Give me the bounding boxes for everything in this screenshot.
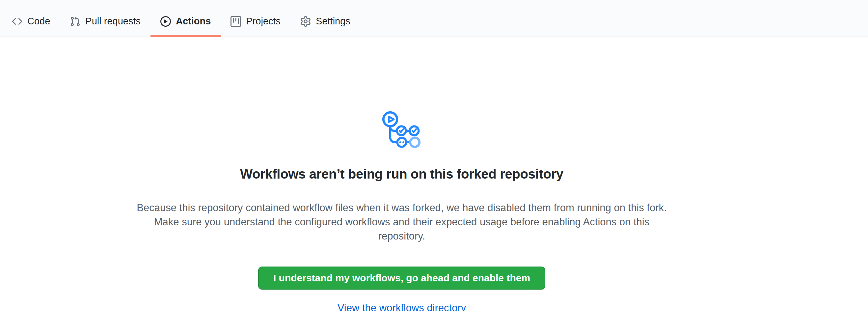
blankslate-description: Because this repository contained workfl… — [132, 200, 672, 243]
tab-projects[interactable]: Projects — [221, 0, 290, 37]
tab-actions[interactable]: Actions — [151, 0, 221, 37]
tab-label: Code — [27, 16, 50, 27]
repo-tab-nav: Code Pull requests Actions Projects Sett… — [0, 0, 868, 37]
git-pull-request-icon — [70, 16, 80, 27]
actions-blankslate: Workflows aren’t being run on this forke… — [0, 37, 803, 311]
play-icon — [160, 16, 171, 27]
tab-label: Actions — [176, 16, 211, 27]
view-workflows-directory-link[interactable]: View the workflows directory — [338, 302, 466, 311]
tab-settings[interactable]: Settings — [290, 0, 360, 37]
code-icon — [12, 16, 22, 27]
workflow-graph-icon — [381, 110, 423, 151]
enable-workflows-button[interactable]: I understand my workflows, go ahead and … — [258, 267, 545, 289]
gear-icon — [300, 16, 311, 27]
tab-label: Pull requests — [85, 16, 141, 27]
tab-code[interactable]: Code — [2, 0, 60, 37]
tab-label: Settings — [316, 16, 350, 27]
project-icon — [230, 16, 241, 27]
blankslate-title: Workflows aren’t being run on this forke… — [240, 166, 563, 182]
tab-pull-requests[interactable]: Pull requests — [60, 0, 151, 37]
tab-label: Projects — [246, 16, 281, 27]
